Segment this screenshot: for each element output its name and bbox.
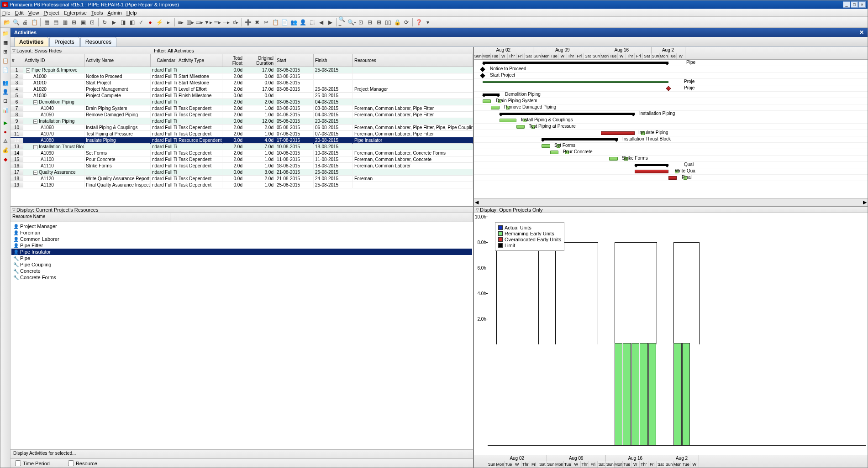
expand-icon[interactable]: ⊟ (366, 18, 374, 26)
dropdown-icon[interactable]: ▾ (424, 18, 432, 26)
filter-header[interactable]: Filter: All Activities (152, 47, 473, 54)
activities-icon[interactable]: ▦ (2, 39, 9, 46)
succ-icon[interactable]: ▶ (326, 18, 334, 26)
issues-icon[interactable]: ● (2, 128, 9, 135)
resource-item[interactable]: 🔧Concrete (11, 268, 472, 274)
histogram-chart[interactable]: Actual UnitsRemaining Early UnitsOverall… (474, 213, 868, 455)
table-row[interactable]: 2A1000Notice to Proceedndard Full TimeSt… (11, 73, 473, 80)
table-row[interactable]: 3A1010Start Projectndard Full TimeStart … (11, 80, 473, 86)
resource-item[interactable]: 👤Common Laborer (11, 236, 472, 242)
table-row[interactable]: 8A1050Remove Damaged Pipingndard Full Ti… (11, 112, 473, 118)
table-row[interactable]: 17−Quality Assurancendard Full Time0.0d3… (11, 169, 473, 176)
col-activity-id[interactable]: Activity ID (23, 54, 84, 67)
zoom-fit-icon[interactable]: ⊡ (357, 18, 365, 26)
tab-activities[interactable]: Activities (14, 37, 48, 47)
menu-edit[interactable]: Edit (15, 10, 24, 16)
role-icon[interactable]: 👤 (299, 18, 307, 26)
pred-icon[interactable]: ◀ (317, 18, 325, 26)
gantt-scrollbar[interactable]: ◀▶ (474, 198, 868, 206)
gantt-chart[interactable]: Aug 02Aug 09Aug 16Aug 2 SunMonTueWThrFri… (474, 47, 868, 206)
maximize-button[interactable]: □ (851, 1, 858, 8)
table-row[interactable]: 18A1120Write Quality Assurance Reportnda… (11, 176, 473, 182)
commit-icon[interactable]: ✓ (137, 18, 145, 26)
columns-icon[interactable]: ▥▸ (186, 18, 194, 26)
thresholds-icon[interactable]: ◆ (2, 156, 9, 163)
progress-icon[interactable]: ▸ (164, 18, 173, 26)
open-icon[interactable]: 📂 (3, 18, 11, 26)
resource-item[interactable]: 👤Foreman (11, 229, 472, 236)
schedule-icon[interactable]: ▶ (110, 18, 118, 26)
risks-icon[interactable]: ⚠ (2, 137, 9, 145)
histogram-display-header[interactable]: ▽Display: Open Projects Only (474, 207, 868, 213)
resource-item[interactable]: 🔧Pipe (11, 255, 472, 261)
time-period-checkbox[interactable]: Time Period (15, 460, 50, 466)
indent-icon[interactable]: ≡▸ (177, 18, 185, 26)
cut-icon[interactable]: ✂ (262, 18, 270, 26)
paste-icon[interactable]: 📄 (280, 18, 289, 26)
menu-tools[interactable]: Tools (91, 10, 103, 16)
table-row[interactable]: 7A1040Drain Piping Systemndard Full Time… (11, 105, 473, 112)
resource-col2[interactable] (170, 213, 473, 222)
apply-icon[interactable]: ◧ (128, 18, 136, 26)
table-row[interactable]: 11A1070Test Piping at Pressurendard Full… (11, 131, 473, 137)
resource-display-header[interactable]: ▽Display: Current Project's Resources (11, 207, 473, 213)
table-row[interactable]: 10A1060Install Piping & Couplingsndard F… (11, 125, 473, 131)
projects-icon[interactable]: 📁 (2, 30, 9, 37)
menu-view[interactable]: View (28, 10, 39, 16)
table-row[interactable]: 13−Installation Thrust Blockndard Full T… (11, 144, 473, 150)
zoom-out-icon[interactable]: 🔍- (347, 18, 356, 26)
roles-icon[interactable]: 👤 (2, 88, 9, 95)
module-close-icon[interactable]: ✕ (859, 29, 864, 36)
resource-icon[interactable]: ⊡ (88, 18, 96, 26)
col-activity-type[interactable]: Activity Type (177, 54, 222, 67)
level-icon[interactable]: ◨ (119, 18, 127, 26)
resource-checkbox[interactable]: Resource (68, 460, 97, 466)
col-calendar[interactable]: Calendar (151, 54, 177, 67)
resources-icon[interactable]: 👥 (289, 18, 298, 26)
table-row[interactable]: 4A1020Project Managementndard Full TimeL… (11, 86, 473, 93)
resource-name-col[interactable]: Resource Name (11, 213, 170, 222)
table-row[interactable]: 19A1130Final Quality Assurance Inspectio… (11, 182, 473, 188)
collapse-icon[interactable]: ⊞ (375, 18, 383, 26)
code-icon[interactable]: ⬚ (308, 18, 316, 26)
resource-list[interactable]: 👤Project Manager👤Foreman👤Common Laborer👤… (11, 222, 473, 449)
menu-admin[interactable]: Admin (107, 10, 121, 16)
menu-help[interactable]: Help (126, 10, 137, 16)
resource-item[interactable]: 🔧Pipe Coupling (11, 261, 472, 268)
layout-header[interactable]: ▽Layout: Swiss Rides (11, 47, 152, 54)
timescale-icon[interactable]: ▭▸ (195, 18, 203, 26)
help-icon[interactable]: ❓ (415, 18, 423, 26)
wp-icon[interactable]: 📄 (2, 66, 9, 73)
col-resources[interactable]: Resources (353, 54, 473, 67)
eps-icon[interactable]: ⊡ (2, 97, 9, 104)
add-icon[interactable]: ➕ (244, 18, 252, 26)
claim-icon[interactable]: ⚡ (155, 18, 163, 26)
zoom-in-icon[interactable]: 🔍+ (338, 18, 347, 26)
print-icon[interactable]: 🖨 (21, 18, 29, 26)
group-icon[interactable]: ≣▸ (213, 18, 221, 26)
minimize-button[interactable]: _ (843, 1, 850, 8)
bars-icon[interactable]: ═▸ (222, 18, 231, 26)
table-icon[interactable]: ▣ (79, 18, 87, 26)
table-row[interactable]: 6−Demolition Pipingndard Full Time2.0d2.… (11, 99, 473, 105)
table-row[interactable]: 5A1030Project Completendard Full TimeFin… (11, 93, 473, 99)
reports-icon[interactable]: 📊 (2, 106, 9, 114)
close-window-button[interactable]: × (858, 1, 866, 8)
delete-icon[interactable]: ✖ (253, 18, 261, 26)
tracking-icon[interactable]: ▶ (2, 119, 9, 126)
resource-item[interactable]: 👤Pipe Fitter (11, 242, 472, 249)
trace-icon[interactable]: ▥ (61, 18, 69, 26)
copy-icon[interactable]: 📋 (271, 18, 279, 26)
resource-item[interactable]: 👤Project Manager (11, 223, 472, 229)
resources-nav-icon[interactable]: 👥 (2, 79, 9, 86)
tab-projects[interactable]: Projects (49, 37, 79, 47)
table-row[interactable]: 15A1100Pour Concretendard Full TimeTask … (11, 156, 473, 163)
table-row[interactable]: 14A1090Set Formsndard Full TimeTask Depe… (11, 150, 473, 156)
col-total-float[interactable]: Total Float (222, 54, 244, 67)
align-icon[interactable]: ▯▯ (384, 18, 392, 26)
col-activity-name[interactable]: Activity Name (84, 54, 151, 67)
resource-item[interactable]: 👤Pipe Insulator (11, 249, 472, 255)
hash-icon[interactable]: #▸ (231, 18, 240, 26)
filter-icon[interactable]: ▼▸ (204, 18, 212, 26)
layout-icon[interactable]: ▦ (42, 18, 51, 26)
